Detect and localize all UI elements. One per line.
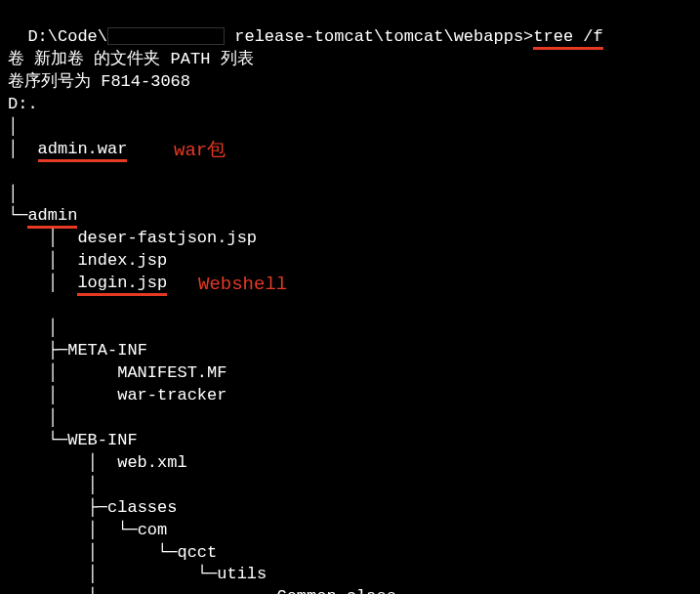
dir-meta-inf: META-INF	[67, 341, 147, 360]
volume-header-1: 卷 新加卷 的文件夹 PATH 列表	[8, 49, 692, 71]
tree-row-admin-war: │ admin.war war包	[8, 139, 692, 184]
dir-utils: utils	[217, 565, 267, 583]
file-manifest: MANIFEST.MF	[117, 363, 226, 382]
file-admin-war: admin.war	[38, 140, 128, 162]
tree-row: │ └─qcct	[8, 542, 692, 565]
prompt-line: D:\Code\ release-tomcat\tomcat\webapps>t…	[8, 4, 692, 49]
tree-row: │	[8, 184, 692, 206]
tree-row: │ web.xml	[8, 452, 692, 475]
dir-web-inf: WEB-INF	[67, 431, 137, 449]
tree-row: │ Common.class	[8, 586, 692, 594]
tree-row: ├─META-INF	[8, 340, 692, 362]
tree-row: │ war-tracker	[8, 385, 692, 407]
tree-row: │	[8, 407, 692, 430]
annotation-war: war包	[174, 139, 226, 164]
tree-row: │ └─com	[8, 520, 692, 542]
dir-classes: classes	[107, 498, 177, 517]
tree-row: │	[8, 318, 692, 340]
prompt-path-suffix: release-tomcat\tomcat\webapps>	[225, 27, 533, 46]
tree-row: │	[8, 475, 692, 497]
volume-header-3: D:.	[8, 94, 692, 116]
tree-row: │ index.jsp	[8, 250, 692, 273]
tree-row-admin-dir: └─admin	[8, 205, 692, 228]
dir-com: com	[138, 521, 168, 539]
file-common-class: Common.class	[276, 587, 395, 594]
volume-header-2: 卷序列号为 F814-3068	[8, 71, 692, 94]
tree-row: │ └─utils	[8, 564, 692, 586]
tree-row-login: │ login.jsp Webshell	[8, 273, 692, 318]
file-war-tracker: war-tracker	[117, 386, 226, 404]
file-index: index.jsp	[77, 251, 167, 270]
redacted-block	[107, 27, 225, 45]
tree-row: │	[8, 116, 692, 139]
dir-admin: admin	[27, 206, 77, 229]
annotation-webshell: Webshell	[198, 273, 287, 298]
tree-row: └─WEB-INF	[8, 430, 692, 452]
command-text[interactable]: tree /f	[533, 27, 602, 50]
file-login: login.jsp	[77, 274, 167, 296]
tree-row: ├─classes	[8, 497, 692, 520]
dir-qcct: qcct	[177, 543, 217, 562]
file-web-xml: web.xml	[117, 453, 186, 472]
prompt-path-prefix: D:\Code\	[27, 27, 107, 46]
tree-row: │ MANIFEST.MF	[8, 362, 692, 385]
file-deser: deser-fastjson.jsp	[77, 229, 257, 247]
tree-row: │ deser-fastjson.jsp	[8, 228, 692, 250]
